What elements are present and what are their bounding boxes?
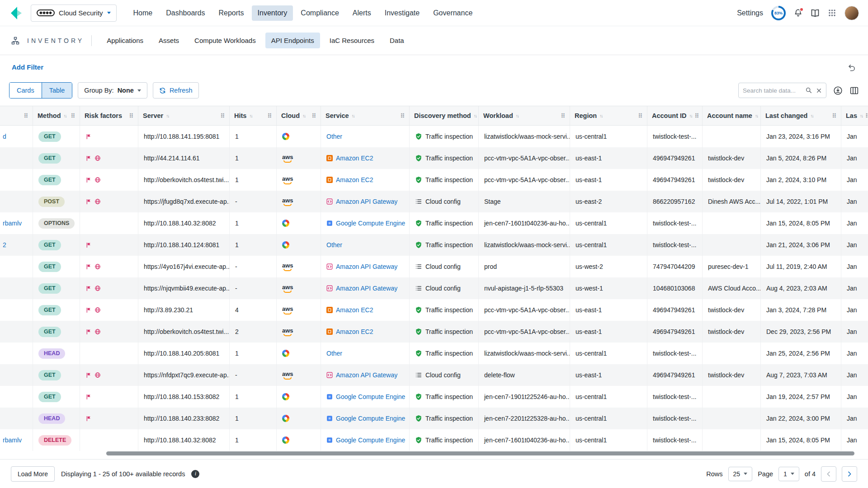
nav-item-governance[interactable]: Governance bbox=[427, 5, 478, 21]
refresh-button[interactable]: Refresh bbox=[153, 82, 199, 99]
table-row[interactable]: rbamlvOPTIONShttp://10.188.140.32:80821G… bbox=[0, 212, 868, 234]
service-link[interactable]: Google Compute Engine bbox=[336, 415, 405, 422]
clear-search-icon[interactable] bbox=[816, 88, 822, 94]
next-page-button[interactable] bbox=[842, 466, 857, 482]
download-button[interactable] bbox=[833, 86, 843, 95]
table-row[interactable]: GEThttp://oberkovitch.os4test.twi...1aws… bbox=[0, 169, 868, 191]
sort-icon[interactable]: ↑↓ bbox=[474, 113, 476, 118]
tab-api-endpoints[interactable]: API Endpoints bbox=[265, 33, 320, 48]
service-link[interactable]: Other bbox=[326, 241, 342, 249]
column-drag-handle-icon[interactable]: ⠿ bbox=[220, 113, 225, 119]
column-header-account-name[interactable]: Account name↑↓⠿ bbox=[703, 106, 761, 125]
sort-icon[interactable]: ↑↓ bbox=[352, 113, 354, 118]
tab-compute-workloads[interactable]: Compute Workloads bbox=[189, 33, 262, 48]
sort-icon[interactable]: ↑↓ bbox=[755, 113, 758, 118]
settings-link[interactable]: Settings bbox=[737, 9, 763, 17]
table-row[interactable]: GEThttp://10.188.140.153:80821Google Com… bbox=[0, 386, 868, 408]
reset-filters-icon[interactable] bbox=[848, 63, 856, 71]
column-header-hits[interactable]: Hits↑↓⠿ bbox=[230, 106, 277, 125]
column-drag-handle-icon[interactable]: ⠿ bbox=[129, 113, 133, 119]
column-drag-handle-icon[interactable]: ⠿ bbox=[400, 113, 405, 119]
service-link[interactable]: Amazon EC2 bbox=[336, 155, 373, 162]
table-view-button[interactable]: Table bbox=[42, 83, 72, 98]
table-row[interactable]: GEThttps://njqvmbii49.execute-ap...-awsA… bbox=[0, 277, 868, 299]
table-row[interactable]: rbamlvDELETEhttp://10.188.140.32:80821Go… bbox=[0, 429, 868, 451]
sort-icon[interactable]: ↑↓ bbox=[166, 113, 169, 118]
service-link[interactable]: Google Compute Engine bbox=[336, 436, 405, 444]
docs-book-button[interactable] bbox=[811, 9, 820, 18]
load-more-button[interactable]: Load More bbox=[11, 466, 55, 482]
add-filter-button[interactable]: Add Filter bbox=[12, 63, 43, 71]
tab-iac-resources[interactable]: IaC Resources bbox=[324, 33, 380, 48]
column-drag-handle-icon[interactable]: ⠿ bbox=[695, 113, 699, 119]
table-row[interactable]: GEThttps://4yo167j4vi.execute-ap...-awsA… bbox=[0, 256, 868, 277]
column-header-account-id[interactable]: Account ID↑↓⠿ bbox=[647, 106, 703, 125]
column-drag-handle-icon[interactable]: ⠿ bbox=[638, 113, 642, 119]
column-header-risk-factors[interactable]: Risk factors⠿ bbox=[80, 106, 138, 125]
apps-grid-button[interactable] bbox=[828, 9, 836, 17]
endpoint-link[interactable]: d bbox=[3, 133, 6, 140]
column-drag-handle-icon[interactable]: ⠿ bbox=[561, 113, 565, 119]
endpoint-link[interactable]: rbamlv bbox=[3, 436, 22, 444]
service-link[interactable]: Amazon EC2 bbox=[336, 328, 373, 335]
endpoint-link[interactable]: 2 bbox=[3, 241, 6, 249]
table-row[interactable]: POSThttps://jfugd8q7xd.execute-ap...-aws… bbox=[0, 191, 868, 212]
nav-item-investigate[interactable]: Investigate bbox=[379, 5, 425, 21]
nav-item-inventory[interactable]: Inventory bbox=[252, 5, 293, 21]
column-drag-handle-icon[interactable]: ⠿ bbox=[24, 113, 28, 119]
nav-item-dashboards[interactable]: Dashboards bbox=[160, 5, 211, 21]
service-link[interactable]: Other bbox=[326, 350, 342, 357]
service-link[interactable]: Other bbox=[326, 133, 342, 140]
column-header-hidden[interactable]: ⠿ bbox=[0, 106, 33, 125]
table-row[interactable]: GEThttps://nfdpxt7qc9.execute-ap...-awsA… bbox=[0, 364, 868, 386]
service-link[interactable]: Amazon API Gateway bbox=[336, 263, 397, 270]
table-row[interactable]: GEThttp://oberkovitch.os4test.twi...2aws… bbox=[0, 321, 868, 343]
prev-page-button[interactable] bbox=[821, 466, 836, 482]
table-search-input[interactable] bbox=[743, 87, 802, 94]
column-settings-button[interactable] bbox=[849, 86, 859, 95]
cards-view-button[interactable]: Cards bbox=[9, 83, 42, 98]
column-drag-handle-icon[interactable]: ⠿ bbox=[71, 113, 75, 119]
column-header-method[interactable]: Method↑↓⠿ bbox=[33, 106, 80, 125]
nav-item-home[interactable]: Home bbox=[127, 5, 159, 21]
nav-item-reports[interactable]: Reports bbox=[213, 5, 250, 21]
sort-icon[interactable]: ↑↓ bbox=[599, 113, 602, 118]
column-header-las[interactable]: Las↑↓⠿ bbox=[841, 106, 868, 125]
column-header-discovery-method[interactable]: Discovery method↑↓⠿ bbox=[410, 106, 479, 125]
nav-item-compliance[interactable]: Compliance bbox=[295, 5, 344, 21]
rows-per-page-select[interactable]: 25 bbox=[728, 467, 753, 481]
service-link[interactable]: Amazon API Gateway bbox=[336, 285, 397, 292]
sort-icon[interactable]: ↑↓ bbox=[860, 113, 863, 118]
column-header-service[interactable]: Service↑↓⠿ bbox=[321, 106, 410, 125]
service-link[interactable]: Google Compute Engine bbox=[336, 220, 405, 227]
sort-icon[interactable]: ↑↓ bbox=[689, 113, 692, 118]
service-link[interactable]: Amazon EC2 bbox=[336, 306, 373, 314]
sort-icon[interactable]: ↑↓ bbox=[64, 113, 66, 118]
service-link[interactable]: Amazon API Gateway bbox=[336, 371, 397, 379]
column-header-server[interactable]: Server↑↓⠿ bbox=[138, 106, 230, 125]
search-icon[interactable] bbox=[805, 87, 812, 94]
horizontal-scrollbar[interactable] bbox=[106, 451, 854, 455]
group-by-dropdown[interactable]: Group By: None bbox=[78, 82, 147, 99]
info-icon[interactable]: i bbox=[191, 470, 199, 478]
sort-icon[interactable]: ↑↓ bbox=[810, 113, 813, 118]
table-row[interactable]: HEADhttp://10.188.140.233:80821Google Co… bbox=[0, 408, 868, 429]
nav-item-alerts[interactable]: Alerts bbox=[347, 5, 377, 21]
service-link[interactable]: Google Compute Engine bbox=[336, 393, 405, 400]
notifications-button[interactable] bbox=[794, 9, 802, 17]
endpoint-link[interactable]: rbamlv bbox=[3, 220, 22, 227]
service-link[interactable]: Amazon EC2 bbox=[336, 176, 373, 183]
column-drag-handle-icon[interactable]: ⠿ bbox=[311, 113, 316, 119]
page-select[interactable]: 1 bbox=[778, 467, 799, 481]
service-link[interactable]: Amazon API Gateway bbox=[336, 198, 397, 205]
column-drag-handle-icon[interactable]: ⠿ bbox=[267, 113, 272, 119]
table-row[interactable]: GEThttp://3.89.230.214awsAmazon EC2Traff… bbox=[0, 299, 868, 321]
sort-icon[interactable]: ↑↓ bbox=[302, 113, 305, 118]
tab-applications[interactable]: Applications bbox=[101, 33, 149, 48]
tab-data[interactable]: Data bbox=[384, 33, 410, 48]
column-header-last-changed[interactable]: Last changed↑↓⠿ bbox=[761, 106, 841, 125]
column-header-cloud[interactable]: Cloud↑↓⠿ bbox=[277, 106, 321, 125]
product-selector-dropdown[interactable]: Cloud Security bbox=[31, 5, 117, 22]
column-drag-handle-icon[interactable]: ⠿ bbox=[865, 113, 868, 119]
sort-icon[interactable]: ↑↓ bbox=[249, 113, 252, 118]
